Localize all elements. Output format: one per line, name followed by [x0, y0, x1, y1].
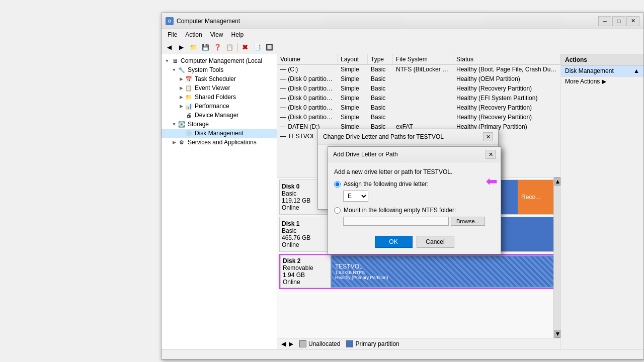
scrollbar[interactable]: ▲ ▼ [553, 177, 560, 338]
menu-file[interactable]: File [164, 30, 181, 39]
chevron-up-icon: ▲ [633, 67, 639, 74]
up-button[interactable]: 📁 [188, 42, 199, 53]
menu-help[interactable]: Help [227, 30, 248, 39]
cell-layout: Simple [338, 113, 368, 122]
cell-type: Basic [368, 84, 393, 93]
disk-icon: 💿 [185, 129, 193, 137]
table-row[interactable]: — (Disk 0 partition 3) Simple Basic Heal… [277, 94, 560, 103]
table-row[interactable]: — (Disk 0 partition 6) Simple Basic Heal… [277, 103, 560, 113]
cell-volume: — (Disk 0 partition 6) [277, 103, 338, 112]
dialog-fg-cancel-button[interactable]: Cancel [417, 236, 454, 248]
new-window-button[interactable]: 🔲 [264, 42, 275, 53]
right-panel-section-disk[interactable]: Disk Management ▲ [561, 66, 643, 76]
right-panel-title: Actions [561, 54, 643, 66]
radio-assign-label: Assign the following drive letter: [344, 180, 429, 188]
disk-name-1: Disk 1 [282, 220, 327, 227]
partition-testvol[interactable]: TESTVOL 1.94 GB NTFS Healthy (Primary Pa… [331, 255, 557, 288]
chevron-right-icon: ▶ [602, 78, 606, 85]
sidebar-item-root[interactable]: ▼ 🖥 Computer Management (Local [162, 56, 277, 65]
col-header-volume[interactable]: Volume [277, 54, 338, 64]
disk-size-2: 1.94 GB [283, 272, 328, 279]
close-button[interactable]: ✕ [626, 16, 639, 26]
cell-fs: NTFS (BitLocker Encrypted) [393, 65, 453, 74]
show-hide-button[interactable]: 💾 [200, 42, 211, 53]
radio-row-drive-letter: Assign the following drive letter: [334, 180, 495, 188]
scroll-up[interactable]: ▲ [554, 177, 560, 186]
dialog-add-drive-letter[interactable]: Add Drive Letter or Path ✕ Add a new dri… [328, 146, 501, 254]
legend-color-primary [346, 340, 353, 347]
table-header: Volume Layout Type File System Status [277, 54, 560, 65]
legend-item-unallocated: Unallocated [299, 340, 340, 347]
col-header-type[interactable]: Type [368, 54, 393, 64]
minimize-button[interactable]: ─ [598, 16, 611, 26]
disk-partitions-2: TESTVOL 1.94 GB NTFS Healthy (Primary Pa… [331, 255, 557, 288]
col-header-fs[interactable]: File System [393, 54, 453, 64]
back-button[interactable]: ◀ [164, 42, 175, 53]
help-button[interactable]: ❓ [212, 42, 223, 53]
sidebar-item-task-scheduler[interactable]: ▶ 📅 Task Scheduler [162, 74, 277, 83]
toolbar: ◀ ▶ 📁 💾 ❓ 📋 ✖ 📑 🔲 [162, 40, 643, 54]
expand-icon[interactable]: ▼ [164, 58, 171, 63]
event-icon: 📋 [185, 84, 193, 92]
partition-recovery[interactable]: Reco... [518, 180, 558, 214]
table-row[interactable]: — (C:) Simple Basic NTFS (BitLocker Encr… [277, 65, 560, 74]
table-row[interactable]: — (Disk 0 partition 1) Simple Basic Heal… [277, 74, 560, 84]
sidebar-item-storage[interactable]: ▼ 💽 Storage [162, 120, 277, 129]
scroll-left-btn[interactable]: ◀ [281, 340, 286, 347]
window-controls: ─ □ ✕ [598, 16, 639, 26]
disk-name-2: Disk 2 [283, 257, 328, 264]
cell-status: Healthy (Recovery Partition) [453, 84, 560, 93]
table-row[interactable]: — (Disk 0 partition 7) Simple Basic Heal… [277, 113, 560, 122]
legend-label-unallocated: Unallocated [308, 340, 340, 347]
disk-status-2: Online [283, 279, 328, 286]
menu-view[interactable]: View [206, 30, 227, 39]
dialog-fg-close-button[interactable]: ✕ [486, 150, 496, 159]
cell-status: Healthy (Boot, Page File, Crash Dump, Pr… [453, 65, 560, 74]
delete-button[interactable]: ✖ [239, 42, 251, 53]
expand-icon[interactable]: ▶ [178, 95, 185, 100]
cell-status: Healthy (EFI System Partition) [453, 94, 560, 103]
menu-bar: File Action View Help [162, 29, 643, 40]
expand-icon[interactable]: ▶ [178, 76, 185, 81]
expand-icon[interactable]: ▶ [171, 140, 178, 145]
sidebar-disk-management-label: Disk Management [195, 130, 244, 137]
folder-icon: 📁 [185, 93, 193, 101]
ntfs-folder-input[interactable] [343, 217, 449, 226]
menu-action[interactable]: Action [181, 30, 206, 39]
radio-assign-drive-letter[interactable] [334, 181, 341, 188]
properties-button[interactable]: 📑 [252, 42, 263, 53]
sidebar-item-performance[interactable]: ▶ 📊 Performance [162, 102, 277, 111]
col-header-status[interactable]: Status [453, 54, 560, 64]
partition-label: Reco... [521, 194, 555, 201]
sidebar-item-device-manager[interactable]: 🖨 Device Manager [162, 111, 277, 120]
maximize-button[interactable]: □ [612, 16, 625, 26]
expand-icon[interactable]: ▼ [171, 67, 178, 72]
expand-icon[interactable]: ▶ [178, 104, 185, 109]
right-panel-more-actions[interactable]: More Actions ▶ [561, 76, 643, 86]
cell-volume: — (Disk 0 partition 3) [277, 94, 338, 103]
cell-type: Basic [368, 94, 393, 103]
cell-fs [393, 84, 453, 93]
sidebar-item-disk-management[interactable]: 💿 Disk Management [162, 129, 277, 138]
sidebar-item-shared-folders[interactable]: ▶ 📁 Shared Folders [162, 93, 277, 102]
expand-icon[interactable]: ▶ [178, 85, 185, 90]
cell-type: Basic [368, 74, 393, 83]
scroll-down[interactable]: ▼ [554, 330, 560, 338]
sidebar-item-services[interactable]: ▶ ⚙ Services and Applications [162, 138, 277, 147]
col-header-layout[interactable]: Layout [338, 54, 368, 64]
sidebar-item-event-viewer[interactable]: ▶ 📋 Event Viewer [162, 83, 277, 93]
cell-layout: Simple [338, 94, 368, 103]
scroll-right-btn[interactable]: ▶ [289, 340, 293, 347]
drive-letter-select[interactable]: E [343, 191, 368, 202]
sidebar-item-system-tools[interactable]: ▼ 🔧 System Tools [162, 65, 277, 74]
radio-ntfs-folder[interactable] [334, 207, 341, 214]
export-button[interactable]: 📋 [224, 42, 235, 53]
expand-icon[interactable]: ▼ [171, 122, 178, 127]
dialog-fg-ok-button[interactable]: OK [375, 236, 413, 248]
table-row[interactable]: — (Disk 0 partition 2) Simple Basic Heal… [277, 84, 560, 94]
forward-button[interactable]: ▶ [176, 42, 187, 53]
dialog-bg-close-button[interactable]: ✕ [483, 132, 493, 141]
browse-button[interactable]: Browse... [451, 217, 485, 226]
sidebar-task-scheduler-label: Task Scheduler [195, 75, 236, 82]
disk-size-1: 465.76 GB [282, 234, 327, 241]
